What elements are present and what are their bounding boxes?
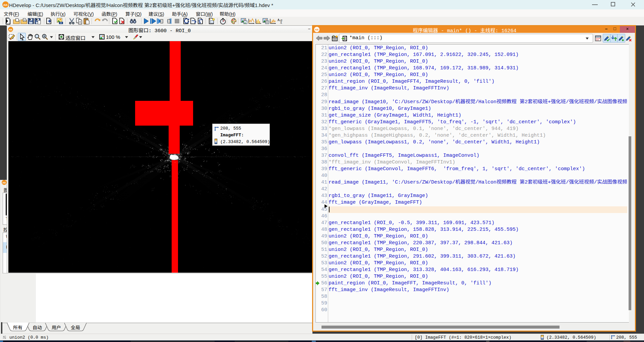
svg-text:HA: HA	[3, 182, 6, 184]
svg-text:Ex: Ex	[24, 19, 26, 21]
svg-text:HA: HA	[3, 3, 7, 7]
svg-text:a: a	[280, 18, 282, 22]
svg-text:A: A	[277, 18, 280, 22]
